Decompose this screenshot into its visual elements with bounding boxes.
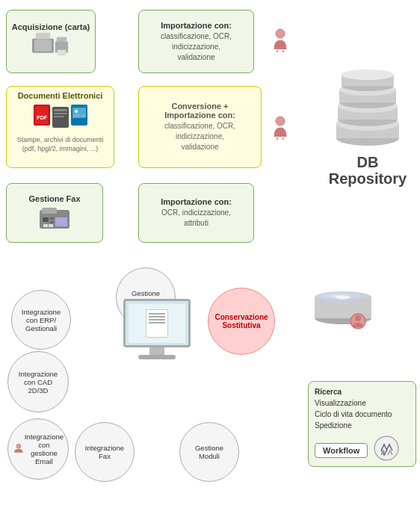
svg-rect-18 (57, 37, 67, 43)
computer-icon (116, 299, 198, 374)
svg-rect-29 (54, 116, 64, 117)
satellite-moduli: GestioneModuli (179, 422, 239, 482)
svg-point-20 (276, 29, 285, 38)
fax-machine-icon (38, 206, 72, 232)
optical-disc-icon (312, 282, 375, 346)
satellite-fax: IntegrazioneFax (75, 422, 135, 482)
svg-rect-38 (43, 217, 49, 222)
satellite-cad: Integrazionecon CAD2D/3D (7, 351, 69, 412)
svg-point-33 (276, 117, 285, 126)
svg-rect-16 (36, 33, 50, 40)
svg-rect-39 (50, 217, 54, 220)
importazione1-box: Importazione con: classificazione, OCR,i… (138, 10, 254, 73)
monitor-screen (129, 304, 185, 343)
svg-rect-19 (58, 50, 67, 56)
acquisizione-box: Acquisizione (carta) (6, 10, 96, 73)
svg-rect-42 (43, 224, 48, 227)
row3: Gestione Fax Importazione con: OCR, indi… (0, 183, 420, 250)
importazione-fax-box: Importazione con: OCR, indicizzazione,at… (138, 183, 254, 243)
workflow-button[interactable]: Workflow (315, 443, 368, 458)
email-person-icon (13, 442, 25, 455)
db-repository: DB Repository (323, 67, 413, 187)
svg-point-65 (16, 444, 21, 448)
conversione-text: classificazione, OCR,indicizzazione,vali… (164, 121, 235, 152)
satellite-email: Integrazionecon gestioneEmail (7, 418, 69, 480)
gestione-fax-box: Gestione Fax (6, 183, 103, 243)
satellite-erp: Integrazione con ERP/ Gestionali (11, 290, 71, 350)
importazione-fax-title: Importazione con: (161, 197, 232, 206)
svg-point-56 (342, 69, 394, 80)
importazione1-title: Importazione con: (161, 21, 232, 30)
db-cylinders-icon (330, 67, 405, 149)
person-icon-row1 (271, 28, 289, 54)
document-page (146, 309, 168, 338)
monitor-stand (149, 347, 164, 355)
person-icon-row2 (271, 116, 289, 141)
conversione-title: Conversione +Importazione con: (164, 102, 235, 120)
svg-rect-15 (34, 40, 52, 51)
scanner-printer-icon (32, 34, 70, 61)
optical-disc-area (312, 282, 375, 347)
info-box-text: Ricerca Visualizzazione Ciclo di vita do… (315, 386, 410, 431)
svg-text:PDF: PDF (37, 115, 48, 120)
info-box: Ricerca Visualizzazione Ciclo di vita do… (308, 381, 416, 467)
svg-rect-28 (54, 113, 67, 114)
svg-point-61 (336, 296, 350, 300)
conservazione-label: ConservazioneSostitutiva (214, 313, 268, 329)
svg-point-63 (355, 315, 361, 321)
top-section: Acquisizione (carta) Importazione con: c… (0, 0, 420, 254)
documenti-sub: Stampe, archivi di documenti(pdf, hpgl/2… (17, 136, 104, 153)
documenti-label: Documenti Elettronici (18, 91, 103, 100)
monitor (123, 299, 191, 347)
monitor-base (138, 355, 176, 359)
importazione1-text: classificazione, OCR,indicizzazione,vali… (161, 31, 232, 63)
svg-rect-43 (49, 224, 53, 227)
bottom-section: Integrazione con ERP/ Gestionali Gestion… (0, 254, 420, 514)
conversione-box: Conversione +Importazione con: classific… (138, 86, 262, 168)
gestione-fax-label: Gestione Fax (28, 194, 80, 203)
documenti-box: Documenti Elettronici PDF (6, 86, 114, 168)
pdf-icons: PDF (34, 103, 87, 133)
svg-rect-41 (55, 217, 67, 226)
db-label: DB Repository (323, 154, 413, 187)
acquisizione-label: Acquisizione (carta) (12, 22, 90, 31)
conservazione-circle: ConservazioneSostitutiva (208, 288, 275, 355)
svg-rect-37 (42, 208, 57, 214)
svg-rect-40 (50, 221, 54, 223)
importazione-fax-text: OCR, indicizzazione,attributi (161, 208, 231, 229)
workflow-arrows-icon (374, 436, 400, 462)
svg-rect-27 (54, 109, 67, 111)
svg-point-32 (75, 110, 78, 113)
